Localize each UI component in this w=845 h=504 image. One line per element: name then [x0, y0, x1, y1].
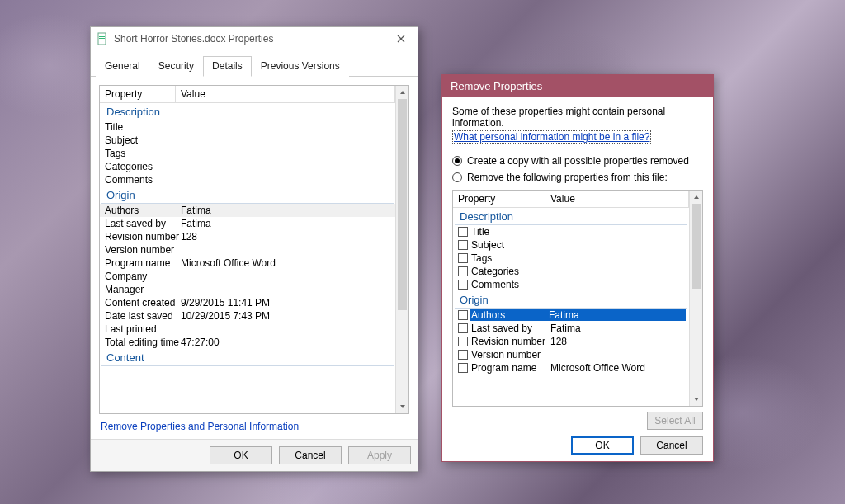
file-properties-dialog: Short Horror Stories.docx Properties Gen… [90, 26, 418, 472]
row-manager[interactable]: Manager [100, 283, 395, 296]
column-property[interactable]: Property [453, 191, 545, 207]
checkbox-icon [458, 310, 468, 320]
check-subject[interactable]: Subject [453, 238, 689, 252]
check-title[interactable]: Title [453, 225, 689, 238]
svg-rect-2 [99, 36, 105, 37]
list-header[interactable]: Property Value [100, 86, 395, 103]
scroll-down-icon[interactable] [690, 393, 702, 406]
document-icon [96, 32, 109, 45]
scroll-up-icon[interactable] [396, 86, 408, 99]
scrollbar[interactable] [395, 86, 408, 413]
checkbox-icon [458, 363, 468, 373]
row-authors[interactable]: AuthorsFatima [100, 204, 395, 217]
check-authors[interactable]: AuthorsFatima [453, 309, 689, 322]
checkbox-icon [458, 253, 468, 263]
tab-details[interactable]: Details [203, 56, 252, 77]
info-link[interactable]: What personal information might be in a … [452, 130, 651, 144]
row-total-editing-time[interactable]: Total editing time47:27:00 [100, 336, 395, 349]
titlebar[interactable]: Remove Properties [442, 75, 713, 97]
scroll-down-icon[interactable] [396, 400, 408, 413]
column-property[interactable]: Property [100, 86, 176, 102]
remove-properties-dialog: Remove Properties Some of these properti… [441, 74, 714, 462]
svg-rect-1 [99, 35, 102, 35]
titlebar[interactable]: Short Horror Stories.docx Properties [91, 27, 418, 52]
note-text: Some of these properties might contain p… [452, 106, 703, 129]
check-tags[interactable]: Tags [453, 252, 689, 265]
check-last-saved-by[interactable]: Last saved byFatima [453, 322, 689, 335]
tab-general[interactable]: General [96, 56, 149, 77]
column-value[interactable]: Value [176, 86, 395, 102]
radio-icon [452, 156, 462, 166]
remove-list: Property Value Description Title Subject… [452, 190, 703, 407]
select-all-button[interactable]: Select All [647, 412, 703, 430]
checkbox-icon [458, 266, 468, 276]
row-title[interactable]: Title [100, 120, 395, 134]
tab-strip: General Security Details Previous Versio… [91, 55, 418, 77]
check-program-name[interactable]: Program nameMicrosoft Office Word [453, 361, 689, 374]
title-filename: Short Horror Stories.docx [114, 33, 225, 45]
row-version-number[interactable]: Version number [100, 243, 395, 257]
tab-previous-versions[interactable]: Previous Versions [252, 56, 349, 77]
checkbox-icon [458, 350, 468, 360]
row-content-created[interactable]: Content created9/29/2015 11:41 PM [100, 296, 395, 309]
ok-button[interactable]: OK [571, 436, 634, 455]
radio-create-copy[interactable]: Create a copy with all possible properti… [452, 155, 703, 167]
group-content: Content [101, 349, 394, 366]
row-revision-number[interactable]: Revision number128 [100, 230, 395, 243]
cancel-button[interactable]: Cancel [640, 436, 703, 455]
radio-remove-following[interactable]: Remove the following properties from thi… [452, 172, 703, 183]
column-value[interactable]: Value [545, 191, 689, 207]
svg-rect-3 [99, 38, 105, 39]
scroll-up-icon[interactable] [690, 191, 702, 204]
apply-button[interactable]: Apply [348, 446, 411, 464]
row-comments[interactable]: Comments [100, 173, 395, 186]
radio-label: Remove the following properties from thi… [467, 172, 668, 183]
tab-security[interactable]: Security [149, 56, 203, 77]
dialog-buttons: OK Cancel Apply [91, 439, 418, 471]
checkbox-icon [458, 280, 468, 290]
scrollbar[interactable] [689, 191, 702, 406]
row-categories[interactable]: Categories [100, 160, 395, 173]
group-description: Description [101, 103, 394, 120]
group-description: Description [455, 208, 687, 225]
close-button[interactable] [389, 31, 413, 47]
title-suffix: Properties [229, 33, 274, 45]
row-date-last-saved[interactable]: Date last saved10/29/2015 7:43 PM [100, 309, 395, 323]
check-version-number[interactable]: Version number [453, 348, 689, 361]
row-program-name[interactable]: Program nameMicrosoft Office Word [100, 257, 395, 270]
checkbox-icon [458, 227, 468, 237]
remove-properties-link[interactable]: Remove Properties and Personal Informati… [99, 414, 409, 436]
cancel-button[interactable]: Cancel [279, 446, 342, 464]
checkbox-icon [458, 323, 468, 333]
row-subject[interactable]: Subject [100, 134, 395, 147]
group-origin: Origin [101, 186, 394, 204]
ok-button[interactable]: OK [210, 446, 272, 464]
details-list: Property Value Description Title Subject… [99, 85, 409, 414]
check-revision-number[interactable]: Revision number128 [453, 335, 689, 348]
check-categories[interactable]: Categories [453, 265, 689, 278]
radio-label: Create a copy with all possible properti… [467, 155, 689, 167]
row-tags[interactable]: Tags [100, 147, 395, 160]
row-company[interactable]: Company [100, 270, 395, 283]
list-header[interactable]: Property Value [453, 191, 689, 208]
group-origin: Origin [455, 291, 687, 309]
radio-icon [452, 172, 462, 182]
dialog-buttons: OK Cancel [452, 430, 703, 455]
row-last-saved-by[interactable]: Last saved byFatima [100, 217, 395, 230]
checkbox-icon [458, 240, 468, 250]
check-comments[interactable]: Comments [453, 278, 689, 291]
checkbox-icon [458, 337, 468, 346]
svg-rect-4 [99, 40, 103, 40]
row-last-printed[interactable]: Last printed [100, 323, 395, 336]
